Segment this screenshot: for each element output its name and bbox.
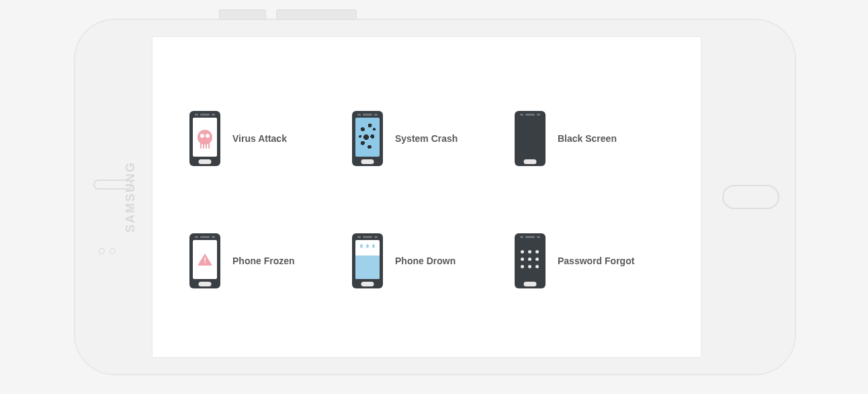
issue-grid: Virus Attack System Crash Black Screen (189, 111, 664, 288)
device-frame: SAMSUNG Virus Attack System Crash (74, 19, 796, 375)
issue-phone-frozen[interactable]: Phone Frozen (189, 233, 339, 288)
issue-label: Black Screen (558, 133, 617, 144)
issue-black-screen[interactable]: Black Screen (515, 111, 664, 166)
water-drops-icon (355, 244, 380, 253)
phone-frozen-icon (189, 233, 220, 288)
issue-virus-attack[interactable]: Virus Attack (189, 111, 339, 166)
skull-icon (198, 130, 212, 145)
phone-crash-icon (352, 111, 383, 166)
issue-label: Password Forgot (558, 255, 634, 266)
device-sensor-dot (110, 248, 116, 254)
water-icon (355, 255, 380, 279)
device-screen: Virus Attack System Crash Black Screen (152, 36, 701, 358)
issue-label: Phone Drown (395, 255, 455, 266)
issue-password-forgot[interactable]: Password Forgot (515, 233, 664, 288)
warning-icon (198, 253, 212, 266)
device-earpiece (93, 180, 132, 190)
phone-virus-icon (189, 111, 220, 166)
phone-password-icon (515, 233, 546, 288)
pattern-lock-icon (521, 250, 539, 269)
issue-label: Phone Frozen (232, 255, 295, 266)
device-side-button-large (276, 9, 357, 19)
phone-drown-icon (352, 233, 383, 288)
device-home-button (722, 185, 779, 209)
device-side-button-small (219, 9, 266, 19)
splatter-icon (355, 118, 380, 157)
issue-label: System Crash (395, 133, 458, 144)
device-sensor-dot (99, 248, 105, 254)
issue-phone-drown[interactable]: Phone Drown (352, 233, 501, 288)
issue-system-crash[interactable]: System Crash (352, 111, 501, 166)
issue-label: Virus Attack (232, 133, 287, 144)
phone-black-icon (515, 111, 546, 166)
device-brand-label: SAMSUNG (124, 161, 138, 233)
